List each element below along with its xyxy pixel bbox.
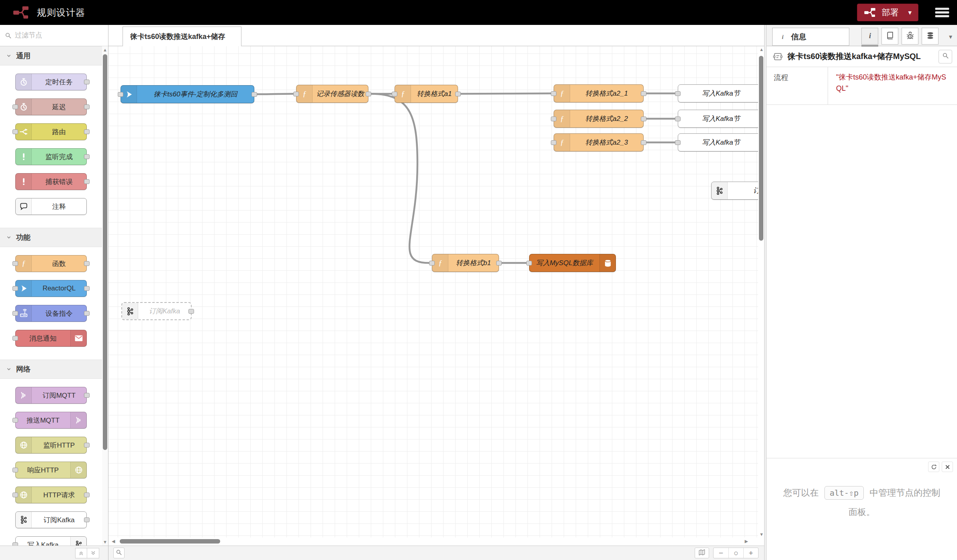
- scroll-left-icon[interactable]: ◀: [112, 539, 115, 544]
- palette-section-header[interactable]: 网络: [0, 360, 102, 379]
- node-port-out[interactable]: [84, 261, 90, 266]
- tab-info[interactable]: i 信息: [772, 28, 849, 46]
- palette-filter-input[interactable]: [15, 31, 103, 39]
- node-port-out[interactable]: [84, 129, 90, 134]
- palette-scrollbar[interactable]: ▲ ▼: [102, 46, 108, 546]
- node-port-in[interactable]: [675, 91, 681, 96]
- scroll-right-icon[interactable]: ▶: [745, 539, 748, 544]
- node-port-in[interactable]: [12, 129, 18, 134]
- node-port-in[interactable]: [675, 116, 681, 121]
- node-port-in[interactable]: [293, 92, 299, 96]
- palette-node-HTTP请求[interactable]: HTTP请求: [15, 486, 87, 503]
- palette-node-延迟[interactable]: 延迟: [15, 98, 87, 115]
- palette-section-header[interactable]: 通用: [0, 46, 102, 65]
- node-port-out[interactable]: [84, 104, 90, 109]
- flow-node-n2[interactable]: ƒ记录传感器读数: [296, 85, 368, 103]
- flow-node-sub2[interactable]: 订阅Kafka: [121, 302, 192, 320]
- node-port-out[interactable]: [496, 261, 502, 266]
- node-port-out[interactable]: [84, 443, 90, 448]
- flow-node-k2[interactable]: 写入Kafka节: [678, 110, 764, 128]
- palette-section-header[interactable]: 功能: [0, 228, 102, 247]
- collapse-all-button[interactable]: [75, 548, 87, 558]
- flow-node-a22[interactable]: ƒ转换格式a2_2: [554, 110, 644, 128]
- palette-node-订阅Kafka[interactable]: 订阅Kafka: [15, 511, 87, 528]
- tab-context-button[interactable]: [922, 28, 939, 45]
- scroll-up-icon[interactable]: ▲: [759, 47, 764, 52]
- palette-node-写入Kafka[interactable]: 写入Kafka: [15, 536, 87, 546]
- node-port-out[interactable]: [84, 517, 90, 522]
- palette-node-响应HTTP[interactable]: 响应HTTP: [15, 462, 87, 478]
- node-port-in[interactable]: [551, 91, 556, 96]
- palette-node-设备指令[interactable]: 设备指令: [15, 305, 87, 322]
- deploy-options-caret-icon[interactable]: ▾: [904, 8, 912, 17]
- node-port-out[interactable]: [366, 92, 371, 96]
- flow-node-k1[interactable]: 写入Kafka节: [678, 84, 764, 102]
- node-port-in[interactable]: [675, 140, 681, 145]
- info-search-button[interactable]: [939, 50, 952, 63]
- node-port-out[interactable]: [84, 311, 90, 316]
- node-port-in[interactable]: [12, 418, 18, 423]
- tab-help-button[interactable]: [881, 28, 898, 45]
- node-port-out[interactable]: [84, 393, 90, 398]
- node-port-in[interactable]: [12, 311, 18, 316]
- palette-node-监听完成[interactable]: 监听完成: [15, 148, 87, 165]
- canvas-hscroll-thumb[interactable]: [120, 539, 220, 544]
- refresh-button[interactable]: [928, 462, 939, 472]
- palette-node-捕获错误[interactable]: 捕获错误: [15, 173, 87, 190]
- palette-node-注释[interactable]: 注释: [15, 198, 87, 215]
- node-port-in[interactable]: [12, 468, 18, 472]
- palette-node-定时任务[interactable]: 定时任务: [15, 74, 87, 90]
- flow-node-a23[interactable]: ƒ转换格式a2_3: [554, 133, 644, 151]
- node-port-out[interactable]: [84, 286, 90, 291]
- node-port-out[interactable]: [455, 92, 461, 96]
- tab-debug-button[interactable]: [902, 28, 918, 45]
- node-port-out[interactable]: [641, 140, 646, 145]
- node-port-out[interactable]: [641, 91, 646, 96]
- deploy-button[interactable]: 部署 ▾: [857, 4, 918, 21]
- node-port-in[interactable]: [12, 336, 18, 341]
- canvas-vscroll-thumb[interactable]: [759, 56, 763, 241]
- node-port-in[interactable]: [551, 116, 556, 121]
- zoom-out-button[interactable]: −: [714, 548, 728, 558]
- flow-tab[interactable]: 徕卡ts60读数推送kafka+储存: [123, 27, 241, 46]
- palette-scrollbar-thumb[interactable]: [103, 54, 107, 450]
- node-port-out[interactable]: [84, 80, 90, 84]
- palette-node-推送MQTT[interactable]: 推送MQTT: [15, 412, 87, 429]
- palette-node-ReactorQL[interactable]: ReactorQL: [15, 280, 87, 297]
- node-port-in[interactable]: [118, 92, 123, 97]
- tab-info-button[interactable]: i: [861, 28, 878, 45]
- node-port-out[interactable]: [252, 92, 257, 97]
- flow-node-a21[interactable]: ƒ转换格式a2_1: [554, 84, 644, 102]
- node-port-in[interactable]: [551, 140, 556, 145]
- wire-n1-n2[interactable]: [257, 94, 293, 94]
- palette-node-函数[interactable]: ƒ函数: [15, 255, 87, 272]
- node-port-out[interactable]: [641, 116, 646, 121]
- canvas-horizontal-scrollbar[interactable]: ◀ ▶: [108, 538, 764, 546]
- node-port-out[interactable]: [84, 179, 90, 184]
- flow-node-mysql[interactable]: 写入MySQL数据库: [529, 254, 616, 272]
- node-port-in[interactable]: [12, 261, 18, 266]
- palette-node-订阅MQTT[interactable]: 订阅MQTT: [15, 387, 87, 404]
- scroll-up-icon[interactable]: ▲: [102, 47, 108, 53]
- sidebar-tabs-caret-icon[interactable]: ▾: [949, 33, 952, 41]
- node-port-out[interactable]: [84, 493, 90, 497]
- palette-node-消息通知[interactable]: 消息通知: [15, 330, 87, 347]
- zoom-in-button[interactable]: +: [743, 548, 758, 558]
- palette-node-路由[interactable]: 路由: [15, 123, 87, 140]
- flow-node-n1[interactable]: 徕卡ts60事件-定制化多测回: [121, 85, 254, 103]
- node-port-in[interactable]: [526, 261, 532, 266]
- palette-node-监听HTTP[interactable]: 监听HTTP: [15, 437, 87, 454]
- flow-node-n3[interactable]: ƒ转换格式a1: [395, 85, 458, 103]
- scroll-down-icon[interactable]: ▼: [102, 539, 108, 545]
- zoom-reset-button[interactable]: ○: [728, 548, 743, 558]
- close-button[interactable]: [942, 462, 953, 472]
- scroll-down-icon[interactable]: ▼: [759, 532, 764, 537]
- canvas-search-button[interactable]: [113, 548, 125, 558]
- wire-n2-b1[interactable]: [371, 94, 429, 263]
- canvas-vertical-scrollbar[interactable]: ▲ ▼: [758, 46, 764, 538]
- expand-all-button[interactable]: [87, 548, 99, 558]
- flow-node-k3[interactable]: 写入Kafka节: [678, 133, 764, 151]
- main-menu-button[interactable]: [935, 6, 950, 19]
- node-port-out[interactable]: [84, 154, 90, 159]
- node-port-in[interactable]: [429, 261, 435, 266]
